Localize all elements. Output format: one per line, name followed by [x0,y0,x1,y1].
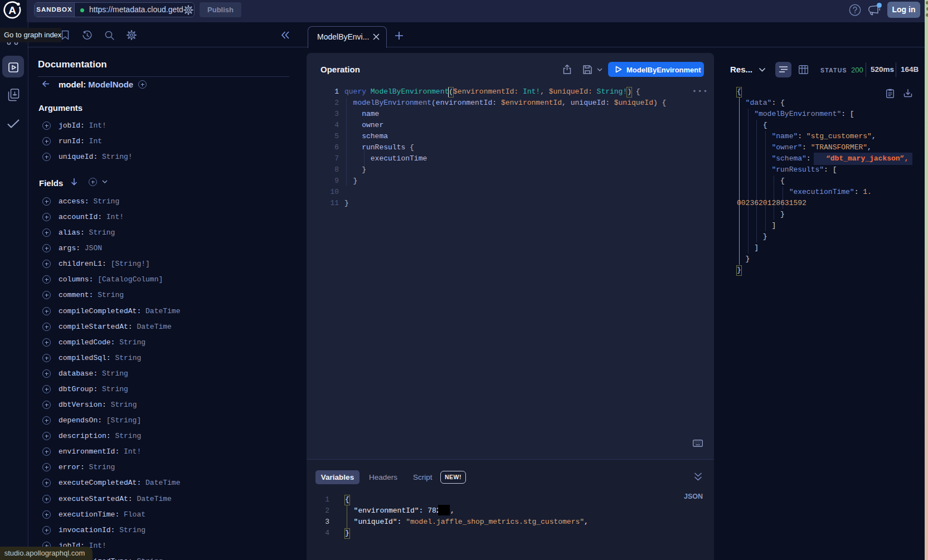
svg-text:A: A [8,4,16,16]
